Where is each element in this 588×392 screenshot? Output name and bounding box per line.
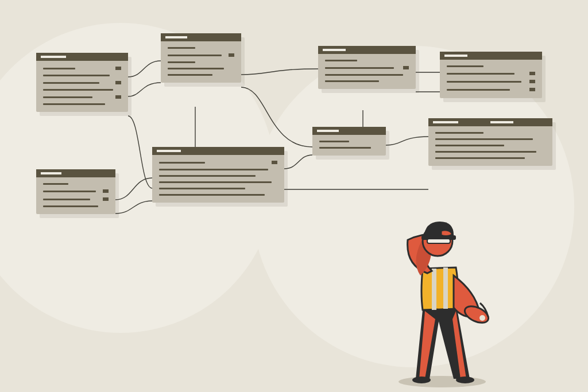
svg-point-4 — [479, 315, 485, 321]
row-tag-icon — [229, 53, 234, 57]
card-row — [435, 151, 546, 153]
card-row — [168, 61, 234, 63]
schema-card-c7 — [36, 169, 115, 214]
row-tag-icon — [403, 66, 409, 69]
card-row — [447, 65, 535, 67]
svg-point-9 — [456, 377, 474, 383]
card-row — [43, 183, 109, 185]
card-row — [325, 60, 409, 61]
card-row — [43, 89, 121, 91]
card-row — [168, 68, 234, 69]
card-row — [447, 80, 535, 83]
card-row — [43, 75, 121, 76]
card-row — [159, 194, 277, 196]
card-row — [43, 95, 121, 99]
svg-point-8 — [412, 377, 431, 383]
schema-card-c5 — [312, 127, 386, 156]
card-row — [325, 66, 409, 69]
card-row — [319, 147, 379, 149]
row-tag-icon — [115, 95, 121, 99]
card-titlebar — [36, 53, 128, 61]
card-titlebar — [161, 33, 241, 41]
svg-rect-7 — [427, 239, 450, 243]
card-row — [435, 132, 546, 134]
card-titlebar — [152, 147, 284, 155]
row-tag-icon — [103, 189, 109, 193]
card-row — [447, 72, 535, 75]
row-tag-icon — [272, 161, 277, 164]
card-row — [325, 80, 409, 82]
schema-card-c8 — [428, 118, 552, 166]
card-row — [43, 81, 121, 84]
card-row — [159, 161, 277, 164]
card-row — [43, 197, 109, 201]
card-row — [435, 145, 546, 146]
row-tag-icon — [115, 67, 121, 70]
row-tag-icon — [115, 81, 121, 84]
svg-rect-2 — [443, 267, 448, 309]
schema-card-c6 — [152, 147, 284, 203]
card-row — [168, 53, 234, 57]
row-tag-icon — [529, 88, 535, 91]
svg-rect-1 — [432, 269, 436, 310]
row-tag-icon — [529, 72, 535, 75]
card-row — [43, 189, 109, 193]
card-titlebar — [318, 46, 416, 54]
card-row — [43, 103, 121, 105]
schema-card-c4 — [440, 52, 542, 98]
card-row — [435, 138, 546, 140]
schema-card-c2 — [161, 33, 241, 83]
card-row — [325, 74, 409, 76]
card-row — [159, 169, 277, 170]
card-row — [159, 188, 277, 189]
card-row — [319, 141, 379, 142]
row-tag-icon — [103, 197, 109, 201]
card-titlebar — [428, 118, 552, 126]
card-titlebar — [440, 52, 542, 60]
card-row — [168, 74, 234, 76]
card-row — [159, 181, 277, 183]
schema-card-c1 — [36, 53, 128, 112]
card-titlebar — [312, 127, 386, 135]
person-illustration — [368, 207, 517, 390]
card-titlebar — [36, 169, 115, 177]
card-row — [168, 47, 234, 49]
card-row — [159, 175, 277, 177]
row-tag-icon — [529, 80, 535, 83]
card-row — [43, 67, 121, 70]
card-row — [43, 205, 109, 207]
card-row — [435, 157, 546, 159]
schema-card-c3 — [318, 46, 416, 89]
card-row — [447, 88, 535, 91]
